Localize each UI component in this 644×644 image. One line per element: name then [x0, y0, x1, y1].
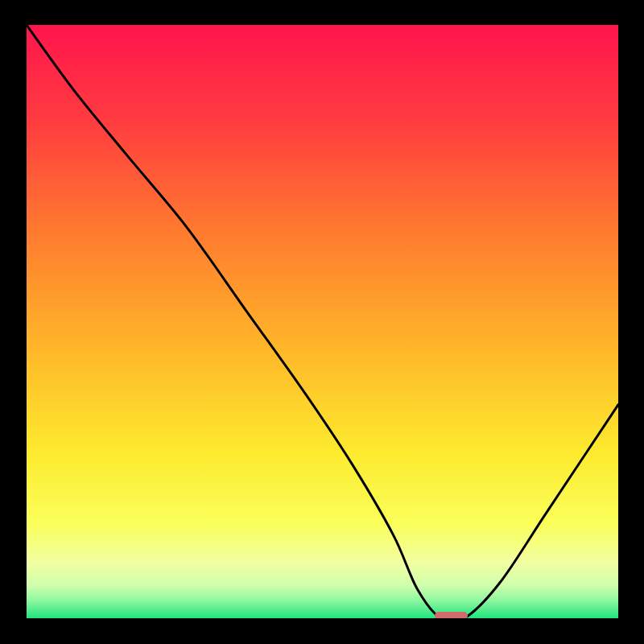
plot-area: [27, 25, 618, 618]
frame-right: [618, 0, 644, 644]
chart-stage: TheBottleneck.com: [0, 0, 644, 644]
optimal-marker: [435, 612, 467, 618]
frame-left: [0, 0, 27, 644]
bottleneck-curve: [27, 25, 618, 618]
frame-top: [0, 0, 644, 25]
curve-layer: [27, 25, 618, 618]
frame-bottom: [0, 618, 644, 644]
